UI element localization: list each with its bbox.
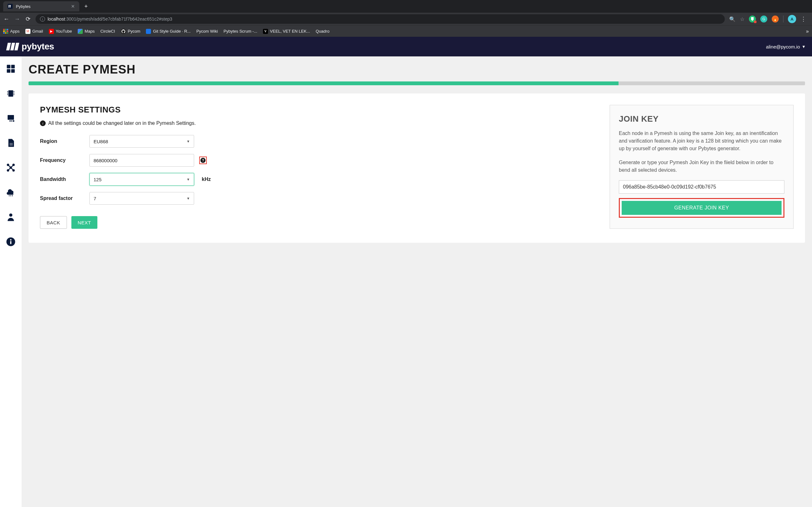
spread-value: 7 [94, 196, 96, 201]
bookmark-veel[interactable]: V VEEL, VET EN LEK... [263, 29, 310, 34]
svg-rect-1 [7, 65, 10, 68]
frequency-value: 868000000 [94, 158, 117, 163]
svg-rect-10 [14, 93, 14, 94]
brand-logo[interactable]: pybytes [7, 42, 54, 52]
zoom-icon[interactable]: 🔍 [729, 16, 735, 22]
bandwidth-value: 125 [94, 177, 101, 182]
youtube-icon: ▶ [49, 29, 54, 34]
bookmark-label: CircleCI [100, 29, 115, 34]
bookmark-gmail[interactable]: M Gmail [26, 29, 43, 34]
generate-joinkey-button[interactable]: GENERATE JOIN KEY [622, 201, 781, 215]
spread-label: Spread factor [40, 195, 84, 201]
sidebar-cloud-icon[interactable] [5, 187, 16, 198]
settings-heading: PYMESH SETTINGS [40, 105, 597, 115]
bookmark-circleci[interactable]: CircleCI [100, 29, 115, 34]
bookmark-apps[interactable]: Apps [3, 29, 20, 34]
bookmark-overflow-icon[interactable]: » [806, 29, 809, 34]
bookmark-pycomwiki[interactable]: Pycom Wiki [196, 29, 218, 34]
url-bar[interactable]: i localhost:3001/pymesh/add/5e7cbfab71f7… [36, 14, 725, 24]
bookmark-label: Gmail [32, 29, 43, 34]
button-row: BACK NEXT [40, 216, 597, 229]
bandwidth-select[interactable]: 125 ▼ [90, 173, 194, 186]
bookmark-youtube[interactable]: ▶ YouTube [49, 29, 72, 34]
sidebar-mesh-icon[interactable] [5, 162, 16, 173]
bookmark-pycom[interactable]: Pycom [121, 29, 141, 34]
settings-note-text: All the settings could be changed later … [48, 120, 196, 126]
joinkey-para1: Each node in a Pymesh is using the same … [619, 130, 784, 153]
bookmark-label: Pycom Wiki [196, 29, 218, 34]
forward-icon[interactable]: → [14, 16, 20, 22]
region-label: Region [40, 138, 84, 144]
extension-green-icon[interactable] [749, 15, 756, 22]
bookmark-quadro[interactable]: Quadro [316, 29, 329, 34]
new-tab-button[interactable]: + [81, 3, 92, 10]
back-button[interactable]: BACK [40, 216, 67, 229]
settings-card: PYMESH SETTINGS i All the settings could… [29, 94, 805, 243]
site-info-icon[interactable]: i [40, 16, 45, 21]
bookmark-label: Pybytes Scrum -... [223, 29, 257, 34]
frequency-input[interactable]: 868000000 [90, 154, 194, 167]
url-text: localhost:3001/pymesh/add/5e7cbfab71f7b6… [48, 16, 172, 21]
star-icon[interactable]: ☆ [740, 16, 745, 22]
spread-select[interactable]: 7 ▼ [90, 192, 194, 205]
bookmark-label: Maps [85, 29, 95, 34]
bookmark-label: Quadro [316, 29, 329, 34]
svg-rect-7 [7, 93, 8, 94]
user-menu[interactable]: aline@pycom.io ▾ [766, 44, 805, 49]
reload-icon[interactable]: ⟳ [25, 15, 31, 22]
back-icon[interactable]: ← [3, 16, 9, 22]
svg-rect-5 [9, 90, 13, 97]
region-row: Region EU868 ▼ [40, 135, 597, 148]
extension-grammarly-icon[interactable]: G [760, 15, 767, 22]
sidebar [0, 56, 21, 507]
progress-fill [29, 81, 618, 85]
svg-point-28 [9, 214, 12, 217]
svg-rect-31 [10, 241, 11, 244]
joinkey-para2: Generate or type your Pymesh Join Key in… [619, 159, 784, 174]
caret-down-icon: ▼ [187, 139, 190, 143]
svg-rect-4 [11, 69, 14, 72]
bookmark-gitstyle[interactable]: Git Style Guide · R... [146, 29, 191, 34]
svg-rect-12 [8, 115, 14, 120]
svg-point-14 [13, 120, 14, 122]
svg-rect-9 [14, 91, 14, 92]
tab-close-icon[interactable]: ✕ [71, 4, 75, 9]
tab-strip: Pybytes ✕ + [0, 0, 812, 13]
caret-down-icon: ▼ [187, 177, 190, 181]
sidebar-chip-icon[interactable] [5, 88, 16, 99]
region-select[interactable]: EU868 ▼ [90, 135, 194, 148]
browser-menu-icon[interactable]: ⋮ [801, 15, 807, 22]
tab-favicon-icon [8, 4, 13, 9]
browser-tab[interactable]: Pybytes ✕ [3, 1, 79, 11]
app-header: pybytes aline@pycom.io ▾ [0, 37, 812, 56]
sidebar-user-icon[interactable] [5, 212, 16, 222]
progress-bar [29, 81, 805, 85]
frequency-help-icon[interactable]: ? [199, 157, 207, 164]
svg-rect-13 [9, 121, 12, 122]
bookmark-scrum[interactable]: Pybytes Scrum -... [223, 29, 257, 34]
doc-icon [146, 29, 151, 34]
browser-chrome: Pybytes ✕ + ← → ⟳ i localhost:3001/pymes… [0, 0, 812, 37]
bookmark-maps[interactable]: Maps [78, 29, 95, 34]
svg-line-21 [8, 165, 11, 168]
url-host: localhost [48, 16, 65, 21]
extension-fire-icon[interactable]: 🔥 [772, 15, 779, 22]
bandwidth-label: Bandwidth [40, 176, 84, 182]
svg-rect-8 [7, 95, 8, 95]
sidebar-sim-icon[interactable] [5, 137, 16, 148]
settings-note: i All the settings could be changed late… [40, 120, 597, 126]
main-content: CREATE PYMESH PYMESH SETTINGS i All the … [21, 56, 812, 507]
svg-line-23 [8, 168, 11, 170]
svg-point-30 [10, 239, 12, 241]
profile-avatar[interactable]: A [788, 15, 796, 23]
tab-title: Pybytes [16, 4, 68, 9]
joinkey-value: 096a85be-85cb48e0-0c09d192-cf0b7675 [623, 184, 716, 190]
joinkey-input[interactable]: 096a85be-85cb48e0-0c09d192-cf0b7675 [619, 180, 784, 193]
next-button[interactable]: NEXT [71, 216, 97, 229]
sidebar-dashboard-icon[interactable] [5, 63, 16, 74]
bandwidth-row: Bandwidth 125 ▼ kHz [40, 173, 597, 186]
sidebar-info-icon[interactable] [5, 236, 16, 247]
svg-line-22 [11, 165, 14, 168]
sidebar-releases-icon[interactable] [5, 113, 16, 124]
info-icon: i [40, 120, 46, 126]
